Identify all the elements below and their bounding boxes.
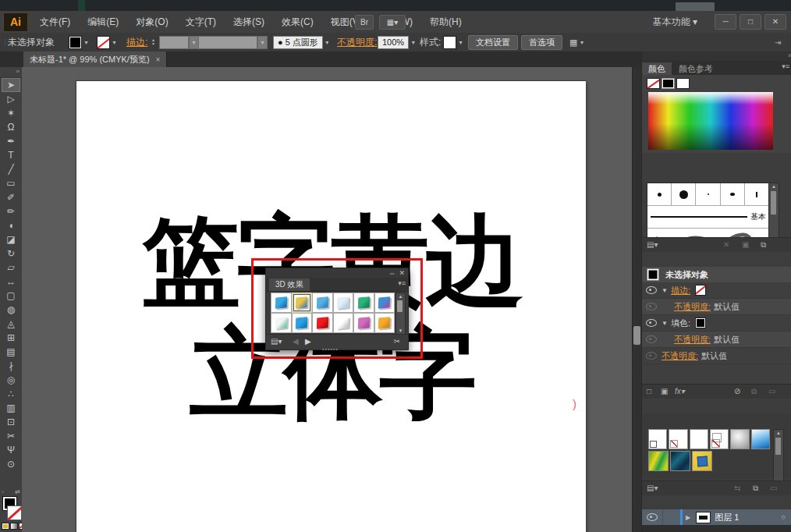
- delete-item-icon[interactable]: ▭: [768, 385, 775, 399]
- rotate-tool[interactable]: ↻: [2, 246, 20, 261]
- appearance-row-1[interactable]: 不透明度:默认值: [642, 299, 791, 315]
- 3d-effects-tab[interactable]: 3D 效果: [269, 278, 310, 291]
- 3d-cube-green[interactable]: [353, 293, 374, 313]
- calligraphic-brush-4[interactable]: [745, 183, 769, 205]
- appearance-attr-label[interactable]: 不透明度:: [674, 334, 711, 346]
- arrange-documents-button[interactable]: ▦▾: [379, 15, 406, 30]
- 3d-wedge-white-teal[interactable]: [271, 313, 292, 333]
- symbol-sprayer-tool[interactable]: ∴: [2, 387, 20, 401]
- new-brush-icon[interactable]: ⧉: [761, 238, 766, 252]
- duplicate-item-icon[interactable]: ⧉: [751, 385, 757, 399]
- gs-unlink-icon[interactable]: ⇆: [734, 481, 740, 495]
- stroke-color-swatch[interactable]: ▾: [97, 33, 119, 51]
- remove-brush-stroke-icon[interactable]: ✕: [723, 238, 729, 252]
- panel-resize-dots[interactable]: ••••••: [322, 346, 339, 352]
- brush-scrollbar-thumb[interactable]: [771, 191, 776, 215]
- appearance-row-0[interactable]: ▼描边:: [642, 282, 791, 299]
- scroll-up-icon[interactable]: ▲: [396, 293, 405, 300]
- style-none[interactable]: [669, 429, 687, 449]
- line-segment-tool[interactable]: ╱: [2, 162, 20, 176]
- appearance-attr-label[interactable]: 不透明度:: [674, 301, 711, 313]
- scale-tool[interactable]: ▱: [2, 261, 20, 275]
- menu-item-0[interactable]: 文件(F): [31, 16, 79, 29]
- expand-caret-icon[interactable]: ▼: [662, 287, 668, 294]
- default-swap-icons[interactable]: ▫⇄: [2, 488, 20, 495]
- visibility-eye-icon[interactable]: [646, 303, 657, 310]
- black-swatch[interactable]: [662, 78, 675, 89]
- scroll-down-icon[interactable]: ▼: [396, 328, 405, 334]
- visibility-eye-icon[interactable]: [646, 352, 657, 360]
- hand-tool[interactable]: Ψ: [2, 443, 20, 457]
- white-swatch[interactable]: [676, 78, 690, 89]
- eyedropper-tool[interactable]: ∤: [2, 359, 20, 373]
- brush-options-icon[interactable]: ▣: [742, 238, 749, 252]
- panel-menu-icon[interactable]: ▾≡: [398, 279, 406, 287]
- free-transform-tool[interactable]: ▢: [2, 289, 20, 303]
- type-tool[interactable]: T: [2, 148, 20, 162]
- brush-library-menu[interactable]: ▦▾: [569, 33, 586, 51]
- panel-collapse-icon[interactable]: ⇔: [388, 268, 396, 278]
- 3d-cylinder-orange[interactable]: [374, 313, 396, 333]
- basic-brush-row[interactable]: 基本: [647, 206, 769, 229]
- calligraphic-brush-0[interactable]: [647, 183, 672, 205]
- dock-collapse-icon[interactable]: »: [642, 51, 791, 61]
- canvas-scrollbar-thumb[interactable]: [633, 326, 640, 345]
- style-swatch-combo[interactable]: ▾: [443, 33, 465, 51]
- prev-library-icon[interactable]: ◀: [293, 335, 299, 348]
- gs-scroll-up-icon[interactable]: ▲: [774, 430, 783, 436]
- 3d-cube-red[interactable]: [312, 313, 333, 333]
- menu-item-1[interactable]: 编辑(E): [79, 16, 127, 29]
- opacity-link[interactable]: 不透明度:: [337, 33, 377, 51]
- 3d-square-magenta[interactable]: [353, 313, 374, 333]
- style-blue-gradient[interactable]: [751, 429, 770, 449]
- 3d-effects-panel[interactable]: ⇔ ✕ 3D 效果 ▾≡ ▲ ▼ ▤▾ ◀ ▶ ✂ ••••••: [265, 268, 409, 350]
- eraser-tool[interactable]: ◪: [2, 232, 20, 246]
- 3d-box-blue[interactable]: [271, 293, 292, 313]
- new-graphic-style-icon[interactable]: ⧉: [753, 481, 758, 495]
- default-fill-stroke-icon[interactable]: ▫: [2, 488, 4, 495]
- canvas-area[interactable]: 篮字黄边 立体字 ) ⇔ ✕ 3D 效果 ▾≡ ▲ ▼ ▤▾ ◀ ▶ ✂ •••…: [22, 67, 632, 532]
- zoom-tool[interactable]: ⊙: [2, 457, 20, 471]
- style-green-swirl[interactable]: [648, 451, 669, 471]
- opacity-dropdown-icon[interactable]: ▾: [409, 37, 417, 48]
- brush-scroll-up-icon[interactable]: ▲: [769, 183, 779, 190]
- layer-visibility-eye-icon[interactable]: [647, 513, 658, 521]
- appearance-row-2[interactable]: ▼填色:: [642, 315, 791, 332]
- fill-black-swatch[interactable]: [69, 36, 82, 49]
- blend-tool[interactable]: ◎: [2, 373, 20, 387]
- break-link-icon[interactable]: ✂: [394, 335, 400, 348]
- menu-item-4[interactable]: 选择(S): [225, 16, 273, 29]
- gs-scrollbar-thumb[interactable]: [775, 438, 781, 455]
- magic-wand-tool[interactable]: ✶: [2, 106, 20, 120]
- layer-target-icon[interactable]: ○: [782, 513, 786, 521]
- brush-dropdown-icon[interactable]: ▾: [323, 37, 332, 48]
- 3d-cube-blue-magenta[interactable]: [374, 293, 396, 313]
- 3d-effects-titlebar[interactable]: ⇔ ✕: [266, 268, 408, 278]
- 3d-open-box-yellow[interactable]: [292, 293, 313, 313]
- selection-tool[interactable]: ➤: [2, 78, 20, 92]
- appearance-attr-label[interactable]: 填色:: [671, 317, 690, 329]
- slice-tool[interactable]: ✂: [2, 429, 20, 443]
- bridge-button[interactable]: Br: [355, 15, 374, 30]
- rectangle-tool[interactable]: ▭: [2, 176, 20, 190]
- mesh-tool[interactable]: ⊞: [2, 331, 20, 345]
- menu-item-3[interactable]: 文字(T): [177, 16, 225, 29]
- document-tab[interactable]: 未标题-1* @ 99% (CMYK/预览) ×: [23, 51, 167, 67]
- stroke-swatch[interactable]: [7, 505, 22, 520]
- dock-control-icon[interactable]: ⇥: [775, 33, 781, 51]
- style-gray-gradient[interactable]: [730, 429, 749, 449]
- opacity-combo[interactable]: 100%▾: [378, 33, 417, 51]
- style-blue-texture[interactable]: [670, 451, 690, 471]
- 3d-effects-scrollbar[interactable]: ▲ ▼: [396, 293, 406, 335]
- gradient-tool[interactable]: ▤: [2, 345, 20, 359]
- expand-caret-icon[interactable]: ▼: [662, 320, 668, 327]
- style-bevel-yellow-blue[interactable]: [692, 451, 712, 471]
- direct-selection-tool[interactable]: ▷: [2, 92, 20, 106]
- 3d-frame-pale-blue[interactable]: [333, 293, 354, 313]
- gs-libraries-icon[interactable]: ▤▾: [647, 481, 658, 495]
- layer-expand-icon[interactable]: ▶: [686, 514, 690, 521]
- gradient-mode-button[interactable]: [10, 523, 18, 530]
- color-panel-menu-icon[interactable]: ▾≡: [782, 62, 789, 70]
- style-none-pair[interactable]: [710, 429, 729, 449]
- next-library-icon[interactable]: ▶: [305, 335, 311, 348]
